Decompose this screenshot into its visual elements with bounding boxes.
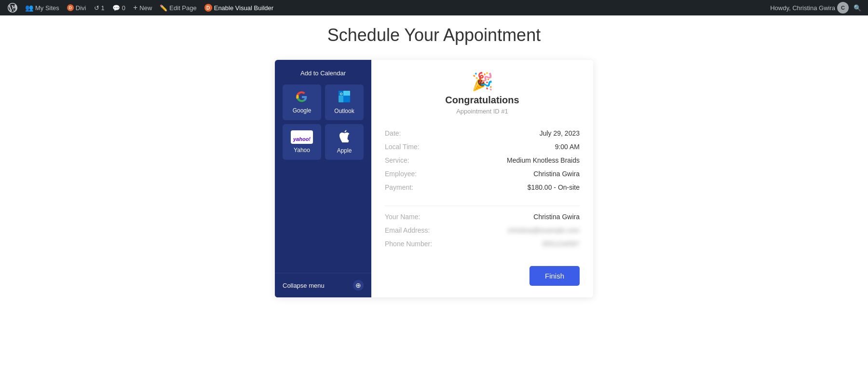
apple-calendar-button[interactable]: Apple [325,124,364,160]
email-value: christina@example.com [507,226,580,234]
svg-rect-3 [343,96,350,102]
people-icon: 👥 [25,4,33,12]
phone-label: Phone Number: [385,240,432,248]
local-time-row: Local Time: 9:00 AM [385,140,580,154]
google-label: Google [293,107,312,114]
page-content: Schedule Your Appointment Add to Calenda… [0,15,868,378]
edit-icon: ✏️ [160,4,167,12]
edit-page-button[interactable]: ✏️ Edit Page [156,0,200,15]
your-name-value: Christina Gwira [533,213,580,221]
section-divider [385,206,580,206]
local-time-label: Local Time: [385,143,420,151]
revisions-count: 1 [101,4,105,12]
email-label: Email Address: [385,226,430,234]
revisions-icon: ↺ [94,4,99,12]
personal-details-section: Your Name: Christina Gwira Email Address… [385,210,580,251]
your-name-row: Your Name: Christina Gwira [385,210,580,224]
employee-label: Employee: [385,170,417,178]
apple-icon [339,130,350,144]
your-name-label: Your Name: [385,213,420,221]
yahoo-icon: yahoo! [291,130,313,144]
google-icon [296,91,308,104]
enable-visual-builder-label: Enable Visual Builder [214,4,273,12]
edit-page-label: Edit Page [169,4,196,12]
my-sites-label: My Sites [35,4,59,12]
divi-button[interactable]: D Divi [63,0,90,15]
email-row: Email Address: christina@example.com [385,224,580,237]
appointment-container: Add to Calendar Google [275,60,593,297]
date-row: Date: July 29, 2023 [385,126,580,140]
avatar[interactable]: C [837,2,849,14]
new-label: New [139,4,152,12]
new-button[interactable]: + New [129,0,156,15]
date-label: Date: [385,129,401,137]
payment-label: Payment: [385,183,413,191]
local-time-value: 9:00 AM [555,143,580,151]
divi-d-icon: D [204,4,212,12]
howdy-greeting: Howdy, Christina Gwira [770,4,835,12]
comments-count: 0 [122,4,125,12]
collapse-menu-button[interactable]: Collapse menu ⊕ [275,273,371,297]
add-to-calendar-label: Add to Calendar [283,70,364,77]
avatar-initial: C [841,5,845,11]
congratulations-section: 🎉 Congratulations Appointment ID #1 [385,71,580,115]
payment-row: Payment: $180.00 - On-site [385,181,580,194]
outlook-icon: O [338,90,351,105]
service-value: Medium Knotless Braids [507,156,580,164]
right-panel: 🎉 Congratulations Appointment ID #1 Date… [371,60,593,297]
collapse-circle-icon: ⊕ [353,280,364,291]
service-label: Service: [385,156,409,164]
phone-value: 5551234567 [542,240,580,248]
calendar-buttons: Google O Outlook [283,84,364,160]
wp-logo-button[interactable] [4,0,21,15]
admin-bar-right: Howdy, Christina Gwira C 🔍 [770,1,864,14]
enable-visual-builder-button[interactable]: D Enable Visual Builder [201,0,277,15]
admin-bar: 👥 My Sites D Divi ↺ 1 💬 0 + New ✏️ Edit … [0,0,868,15]
employee-value: Christina Gwira [533,170,580,178]
phone-row: Phone Number: 5551234567 [385,237,580,251]
congratulations-title: Congratulations [445,95,519,106]
apple-label: Apple [337,147,352,154]
service-row: Service: Medium Knotless Braids [385,154,580,167]
google-calendar-button[interactable]: Google [283,84,321,120]
bottom-bar: Finish [385,258,580,286]
payment-value: $180.00 - On-site [528,183,580,191]
comments-button[interactable]: 💬 0 [108,0,129,15]
page-title: Schedule Your Appointment [327,25,541,45]
search-icon[interactable]: 🔍 [851,1,864,14]
party-emoji: 🎉 [472,71,493,92]
plus-icon: + [133,3,137,12]
finish-button[interactable]: Finish [529,266,580,286]
yahoo-calendar-button[interactable]: yahoo! Yahoo [283,124,321,160]
divi-label: Divi [76,4,86,12]
outlook-label: Outlook [334,108,354,114]
sidebar: Add to Calendar Google [275,60,371,297]
appointment-details-section: Date: July 29, 2023 Local Time: 9:00 AM … [385,126,580,194]
divi-circle-icon: D [67,4,74,11]
appointment-id: Appointment ID #1 [456,108,508,115]
revisions-button[interactable]: ↺ 1 [90,0,108,15]
my-sites-button[interactable]: 👥 My Sites [21,0,63,15]
collapse-menu-label: Collapse menu [283,282,325,289]
date-value: July 29, 2023 [540,129,580,137]
comments-icon: 💬 [112,4,120,12]
svg-text:O: O [340,92,343,96]
yahoo-label: Yahoo [294,147,310,154]
employee-row: Employee: Christina Gwira [385,167,580,181]
outlook-calendar-button[interactable]: O Outlook [325,84,364,120]
